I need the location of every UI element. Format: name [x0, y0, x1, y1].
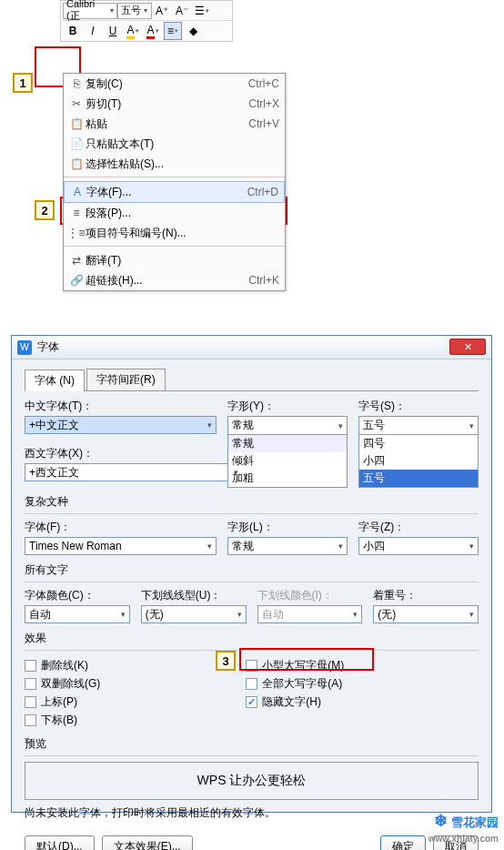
- check-sub[interactable]: 下标(B): [25, 711, 100, 729]
- label-color: 字体颜色(C)：: [25, 588, 130, 603]
- align-button[interactable]: ≡: [164, 22, 182, 40]
- paragraph-icon: ≡: [67, 207, 86, 219]
- check-hidden-label: 隐藏文字(H): [262, 694, 321, 710]
- font-color-button[interactable]: A: [144, 22, 162, 40]
- style-listbox[interactable]: 常规 倾斜 加粗: [227, 434, 348, 488]
- font-size-combo[interactable]: 五号: [117, 3, 152, 19]
- note-text: 尚未安装此字体，打印时将采用最相近的有效字体。: [25, 805, 479, 821]
- check-strike-label: 删除线(K): [41, 658, 88, 673]
- menu-hyperlink[interactable]: 🔗 超链接(H)... Ctrl+K: [64, 270, 285, 290]
- tab-bar: 字体 (N) 字符间距(R): [25, 369, 479, 391]
- style-combo[interactable]: 常规: [227, 416, 348, 434]
- group-effects: 效果: [25, 631, 479, 646]
- underline-color-combo: 自动: [257, 605, 363, 623]
- increase-font-button[interactable]: A⁺: [153, 2, 171, 20]
- label-size: 字号(S)：: [358, 399, 479, 414]
- translate-icon: ⇄: [67, 254, 86, 267]
- label-c-font: 字体(F)：: [25, 520, 217, 535]
- highlight-button[interactable]: A: [124, 22, 142, 40]
- check-dstrike[interactable]: 双删除线(G): [25, 674, 100, 693]
- menu-font[interactable]: A 字体(F)... Ctrl+D: [64, 181, 285, 203]
- default-button[interactable]: 默认(D)...: [25, 835, 95, 850]
- clipboard-icon: 📋: [67, 117, 86, 130]
- style-opt-2[interactable]: 加粗: [228, 470, 347, 487]
- menu-paste-special[interactable]: 📋 选择性粘贴(S)...: [64, 154, 285, 174]
- menu-font-label: 字体(F)...: [86, 185, 247, 200]
- menu-cut-shortcut: Ctrl+X: [248, 97, 279, 110]
- list-icon: ⋮≡: [67, 227, 86, 239]
- link-icon: 🔗: [67, 274, 86, 287]
- check-strike[interactable]: 删除线(K): [25, 656, 100, 674]
- snowflake-icon: ❄: [434, 812, 448, 830]
- font-icon: A: [68, 186, 86, 198]
- watermark: ❄ 雪花家园 www.xhjaty.com: [428, 811, 499, 845]
- scissors-icon: ✂: [67, 97, 86, 110]
- menu-translate-label: 翻译(T): [86, 253, 279, 268]
- menu-hyperlink-shortcut: Ctrl+K: [248, 274, 279, 287]
- tab-spacing[interactable]: 字符间距(R): [86, 369, 166, 390]
- bold-button[interactable]: B: [64, 22, 82, 40]
- size-listbox[interactable]: 四号 小四 五号: [358, 434, 479, 488]
- checkbox-icon: [25, 696, 36, 708]
- check-sub-label: 下标(B): [41, 713, 77, 728]
- line-spacing-button[interactable]: ☰: [193, 2, 211, 20]
- text-icon: 📄: [67, 137, 86, 150]
- size-opt-1[interactable]: 小四: [359, 452, 478, 470]
- size-combo[interactable]: 五号: [358, 416, 479, 434]
- underline-style-combo[interactable]: (无): [141, 605, 247, 623]
- size-opt-2[interactable]: 五号: [359, 470, 478, 487]
- step-marker-2: 2: [35, 200, 55, 220]
- underline-button[interactable]: U: [104, 22, 122, 40]
- italic-button[interactable]: I: [84, 22, 102, 40]
- dialog-title: 字体: [37, 339, 59, 355]
- menu-cut[interactable]: ✂ 剪切(T) Ctrl+X: [64, 94, 285, 114]
- text-effects-button[interactable]: 文本效果(E)...: [102, 835, 193, 850]
- checkbox-icon: [25, 714, 36, 726]
- style-opt-0[interactable]: 常规: [228, 435, 347, 452]
- tab-font[interactable]: 字体 (N): [25, 369, 85, 391]
- step-marker-3: 3: [216, 651, 236, 671]
- label-style: 字形(Y)：: [227, 399, 348, 414]
- dialog-titlebar: W 字体 ✕: [12, 336, 491, 359]
- menu-bullets[interactable]: ⋮≡ 项目符号和编号(N)...: [64, 223, 285, 243]
- ok-button[interactable]: 确定: [380, 835, 426, 850]
- check-hidden[interactable]: 隐藏文字(H): [246, 693, 344, 711]
- menu-separator: [64, 174, 285, 177]
- menu-paste-text[interactable]: 📄 只粘贴文本(T): [64, 134, 285, 154]
- menu-paste[interactable]: 📋 粘贴 Ctrl+V: [64, 114, 285, 134]
- size-opt-0[interactable]: 四号: [359, 435, 478, 452]
- menu-paragraph[interactable]: ≡ 段落(P)...: [64, 203, 285, 223]
- c-font-combo[interactable]: Times New Roman: [25, 537, 217, 555]
- menu-paragraph-label: 段落(P)...: [86, 206, 279, 221]
- menu-translate[interactable]: ⇄ 翻译(T): [64, 250, 285, 270]
- check-super[interactable]: 上标(P): [25, 693, 100, 711]
- check-smallcaps[interactable]: 小型大写字母(M): [246, 656, 344, 674]
- menu-font-shortcut: Ctrl+D: [247, 186, 278, 198]
- menu-paste-label: 粘贴: [86, 116, 248, 132]
- label-c-style: 字形(L)：: [227, 520, 348, 535]
- style-opt-1[interactable]: 倾斜: [228, 452, 347, 470]
- menu-copy[interactable]: ⎘ 复制(C) Ctrl+C: [64, 74, 285, 94]
- menu-copy-label: 复制(C): [86, 76, 248, 92]
- paste-special-icon: 📋: [67, 157, 86, 170]
- step-marker-1: 1: [13, 73, 33, 93]
- cn-font-combo[interactable]: +中文正文: [25, 416, 217, 434]
- c-style-combo[interactable]: 常规: [227, 537, 348, 555]
- check-smallcaps-label: 小型大写字母(M): [262, 658, 344, 673]
- font-family-combo[interactable]: Calibri (正: [63, 3, 117, 19]
- close-button[interactable]: ✕: [449, 339, 486, 355]
- label-emphasis: 着重号：: [373, 588, 479, 603]
- copy-icon: ⎘: [67, 77, 86, 90]
- menu-paste-shortcut: Ctrl+V: [248, 117, 279, 130]
- eraser-button[interactable]: ◆: [184, 22, 202, 40]
- decrease-font-button[interactable]: A⁻: [173, 2, 191, 20]
- app-icon: W: [17, 340, 32, 355]
- emphasis-combo[interactable]: (无): [373, 605, 479, 623]
- color-combo[interactable]: 自动: [25, 605, 130, 623]
- check-super-label: 上标(P): [41, 694, 77, 710]
- check-allcaps[interactable]: 全部大写字母(A): [246, 674, 344, 693]
- c-size-combo[interactable]: 小四: [358, 537, 479, 555]
- label-c-size: 字号(Z)：: [358, 520, 479, 535]
- group-complex: 复杂文种: [25, 494, 479, 510]
- watermark-brand: 雪花家园: [451, 815, 499, 829]
